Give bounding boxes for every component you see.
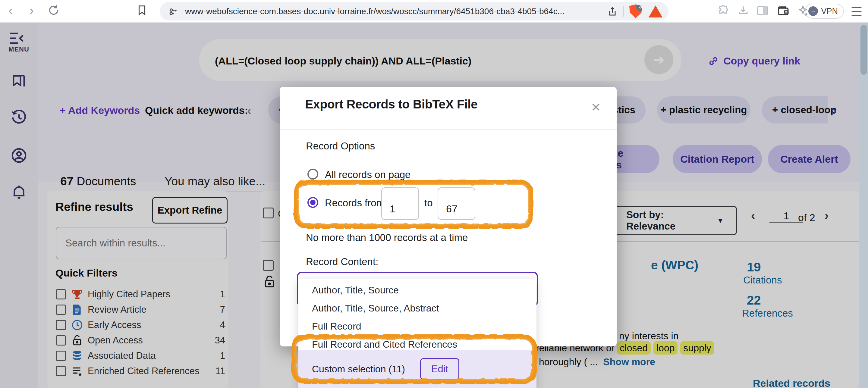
record-options-label: Record Options	[306, 140, 375, 152]
forward-icon[interactable]: ›	[30, 3, 34, 18]
sidebar-toggle-icon[interactable]	[756, 4, 770, 18]
url-text[interactable]: www-webofscience-com.bases-doc.univ-lorr…	[185, 7, 601, 16]
downloads-icon[interactable]	[737, 4, 750, 18]
menu-hamburger-icon[interactable]	[850, 5, 864, 19]
extensions-puzzle-icon[interactable]	[717, 4, 731, 18]
shield-badge: 3	[636, 2, 645, 11]
export-bibtex-modal: Export Records to BibTeX File ✕ Record O…	[280, 87, 617, 347]
back-icon[interactable]: ‹	[8, 3, 13, 18]
page-scrollbar[interactable]	[860, 23, 868, 388]
to-label: to	[424, 197, 433, 209]
close-icon[interactable]: ✕	[591, 101, 601, 113]
browser-toolbar: ‹ › www-webofscience-com.bases-doc.univ-…	[0, 0, 868, 23]
bookmark-icon[interactable]	[136, 4, 148, 16]
site-settings-key-icon[interactable]	[167, 6, 179, 17]
option-author-title-source-abstract[interactable]: Author, Title, Source, Abstract	[299, 299, 536, 317]
divider	[623, 6, 624, 17]
adblock-triangle-icon[interactable]	[649, 5, 662, 18]
option-custom-selection[interactable]: Custom selection (11) Edit	[299, 350, 536, 388]
records-from-input[interactable]	[381, 187, 419, 220]
url-bar[interactable]: www-webofscience-com.bases-doc.univ-lorr…	[160, 2, 669, 21]
radio-all-records-label[interactable]: All records on page	[325, 169, 410, 181]
modal-title: Export Records to BibTeX File	[305, 97, 478, 111]
modal-divider	[280, 129, 617, 130]
record-content-listbox: Author, Title, Source Author, Title, Sou…	[299, 279, 536, 388]
radio-all-records[interactable]	[307, 169, 318, 180]
range-note: No more than 1000 records at a time	[306, 232, 468, 244]
records-to-input[interactable]	[438, 187, 475, 220]
record-content-label: Record Content:	[306, 256, 378, 267]
radio-records-from-label[interactable]: Records from:	[325, 197, 387, 209]
radio-records-from[interactable]	[307, 197, 318, 208]
vpn-status-icon: −	[808, 6, 818, 16]
share-icon[interactable]	[607, 6, 618, 17]
reload-icon[interactable]	[48, 4, 60, 16]
edit-button[interactable]: Edit	[420, 358, 459, 380]
scrollbar-thumb[interactable]	[861, 25, 867, 75]
option-author-title-source[interactable]: Author, Title, Source	[299, 281, 536, 299]
brave-shield-icon[interactable]: 3	[629, 4, 642, 19]
custom-selection-label: Custom selection (11)	[312, 364, 405, 375]
vpn-button[interactable]: − VPN	[805, 4, 844, 19]
vpn-label: VPN	[821, 7, 838, 16]
wallet-icon[interactable]	[776, 4, 790, 18]
option-full-record[interactable]: Full Record	[299, 317, 536, 335]
